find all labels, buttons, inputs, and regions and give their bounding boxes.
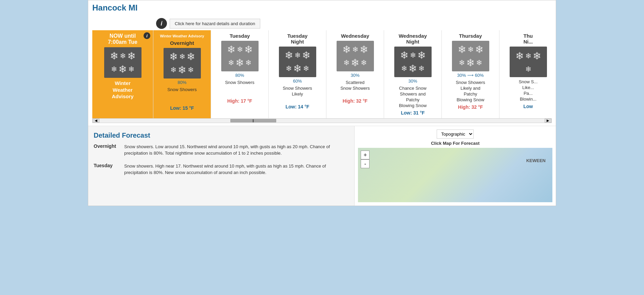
forecast-icon-wednesday: ❄ ❄ ❄ ❄ ❄ ❄ [337,41,374,71]
snowflake-icon: ❄ [351,57,359,69]
forecast-card-wednesday[interactable]: Wednesday ❄ ❄ ❄ ❄ ❄ ❄ 30% ScatteredSnow … [326,30,384,118]
precip-pct-thursday: 30% ⟶ 60% [444,73,497,78]
snowflake-icon: ❄ [303,64,309,73]
hazard-bar[interactable]: i Click here for hazard details and dura… [88,15,556,30]
forecast-desc-wednesday: ScatteredSnow Showers [328,80,382,97]
map-zoom-overlay: + - [361,151,370,168]
detailed-forecast-panel: Detailed Forecast Overnight Snow showers… [88,126,355,206]
scroll-left-arrow[interactable]: ◀ [93,119,99,123]
period-name-now: NOW until 7:00am Tue [94,33,151,45]
temp-wednesday: High: 32 °F [328,98,382,104]
snowflake-icon: ❄ [533,50,541,62]
snowflake-icon: ❄ [409,63,417,74]
snowflake-icon: ❄ [245,58,251,67]
forecast-icon-tuesday-night: ❄ ❄ ❄ ❄ ❄ ❄ [279,47,316,77]
forecast-strip: i NOW until 7:00am Tue ❄ ❄ ❄ ❄ ❄ ❄ Winte… [92,30,552,118]
snowflake-icon: ❄ [169,51,178,63]
snowflake-icon: ❄ [466,57,475,69]
map-type-dropdown[interactable]: Topographic Satellite Terrain [437,129,474,139]
hazard-text[interactable]: Click here for hazard details and durati… [170,19,260,29]
bottom-section: Detailed Forecast Overnight Snow showers… [88,126,556,206]
period-name-wednesday-night: WednesdayNight [386,33,439,45]
info-icon-now[interactable]: i [144,32,150,39]
snowflake-icon: ❄ [128,65,134,74]
period-name-tuesday: Tuesday [213,33,266,39]
period-name-thursday: Thursday [444,33,497,39]
snowflake-icon: ❄ [525,52,531,60]
scrollbar-thumb[interactable]: ∥ [230,119,276,122]
snowflake-icon: ❄ [401,64,407,73]
forecast-icon-thursday: ❄ ❄ ❄ ❄ ❄ ❄ [452,41,489,71]
period-name-thursday-night: ThuNi... [501,33,552,45]
forecast-card-overnight[interactable]: Winter Weather Advisory Overnight ❄ ❄ ❄ … [153,30,211,118]
snowflake-icon: ❄ [468,45,474,54]
forecast-icon-thursday-night: ❄ ❄ ❄ ❄ [510,47,547,77]
precip-pct-overnight: 80% [155,80,209,85]
snowflake-icon: ❄ [475,44,484,55]
forecast-card-tuesday-night[interactable]: TuesdayNight ❄ ❄ ❄ ❄ ❄ ❄ 60% Snow Shower… [269,30,326,118]
snowflake-icon: ❄ [459,58,465,67]
snowflake-icon: ❄ [228,58,234,67]
forecast-card-wednesday-night[interactable]: WednesdayNight ❄ ❄ ❄ ❄ ❄ ❄ 30% Chance Sn… [384,30,442,118]
snowflake-icon: ❄ [295,51,301,60]
snowflake-icon: ❄ [110,50,118,62]
scroll-right-arrow[interactable]: ▶ [545,119,551,123]
snowflake-icon: ❄ [188,66,194,74]
period-name-wednesday: Wednesday [328,33,382,39]
period-name-overnight: Overnight [155,40,209,46]
snowflake-icon: ❄ [418,64,424,73]
forecast-card-thursday[interactable]: Thursday ❄ ❄ ❄ ❄ ❄ ❄ 30% ⟶ 60% Snow Show… [442,30,499,118]
map-container[interactable]: + - KEWEEN [358,148,552,202]
snowflake-icon: ❄ [178,64,186,76]
temp-thursday-night: Low [501,104,552,109]
temp-thursday: High: 32 °F [444,104,497,110]
snowflake-icon: ❄ [120,52,126,60]
forecast-icon-overnight: ❄ ❄ ❄ ❄ ❄ ❄ [164,48,201,79]
forecast-scrollbar[interactable]: ◀ ∥ ▶ [92,118,552,123]
forecast-desc-overnight: Snow Showers [155,87,209,104]
precip-pct-tuesday-night: 60% [271,79,324,84]
snowflake-icon: ❄ [525,65,531,74]
snowflake-icon: ❄ [417,49,426,61]
forecast-row-tuesday: Tuesday Snow showers. High near 17. Nort… [94,163,349,178]
forecast-row-period-tuesday: Tuesday [94,163,124,176]
forecast-desc-tuesday-night: Snow ShowersLikely [271,86,324,103]
period-name-tuesday-night: TuesdayNight [271,33,324,45]
snowflake-icon: ❄ [237,45,243,54]
precip-pct-wednesday-night: 30% [386,79,439,84]
snowflake-icon: ❄ [302,49,310,61]
map-place-label: KEWEEN [526,158,546,163]
snowflake-icon: ❄ [179,52,185,61]
main-container: Hancock MI i Click here for hazard detai… [88,0,556,206]
temp-overnight: Low: 15 °F [155,105,209,111]
snowflake-icon: ❄ [515,50,524,62]
snowflake-icon: ❄ [458,44,466,55]
map-zoom-out-button[interactable]: - [361,159,370,168]
forecast-card-tuesday[interactable]: Tuesday ❄ ❄ ❄ ❄ ❄ ❄ 80% Snow Showers H [211,30,269,118]
forecast-desc-thursday-night: Snow S...Like...Pa...Blowin... [501,79,552,102]
snowflake-icon: ❄ [410,51,416,60]
map-section: Topographic Satellite Terrain Click Map … [355,126,556,206]
hazard-info-icon: i [156,18,167,29]
map-zoom-in-button[interactable]: + [361,151,370,159]
forecast-card-now[interactable]: i NOW until 7:00am Tue ❄ ❄ ❄ ❄ ❄ ❄ Winte… [92,30,153,118]
precip-pct-tuesday: 80% [213,73,266,78]
map-click-label[interactable]: Click Map For Forecast [358,141,552,146]
snowflake-icon: ❄ [187,51,195,63]
forecast-desc-wednesday-night: Chance SnowShowers andPatchyBlowing Snow [386,86,439,109]
temp-wednesday-night: Low: 31 °F [386,110,439,116]
snowflake-icon: ❄ [360,44,368,55]
snowflake-icon: ❄ [244,44,253,55]
outer-wrapper: Hancock MI i Click here for hazard detai… [0,0,644,206]
snowflake-icon: ❄ [400,49,409,61]
page-title: Hancock MI [92,3,137,12]
forecast-icon-wednesday-night: ❄ ❄ ❄ ❄ ❄ ❄ [394,47,432,77]
snowflake-icon: ❄ [342,44,351,55]
forecast-row-overnight: Overnight Snow showers. Low around 15. N… [94,143,349,159]
snowflake-icon: ❄ [352,45,358,54]
snowflake-icon: ❄ [343,58,349,67]
snowflake-icon: ❄ [235,57,244,69]
snowflake-icon: ❄ [293,63,302,74]
forecast-card-thursday-night[interactable]: ThuNi... ❄ ❄ ❄ ❄ Snow S...Like...Pa...Bl… [499,30,552,118]
snowflake-icon: ❄ [118,63,127,75]
